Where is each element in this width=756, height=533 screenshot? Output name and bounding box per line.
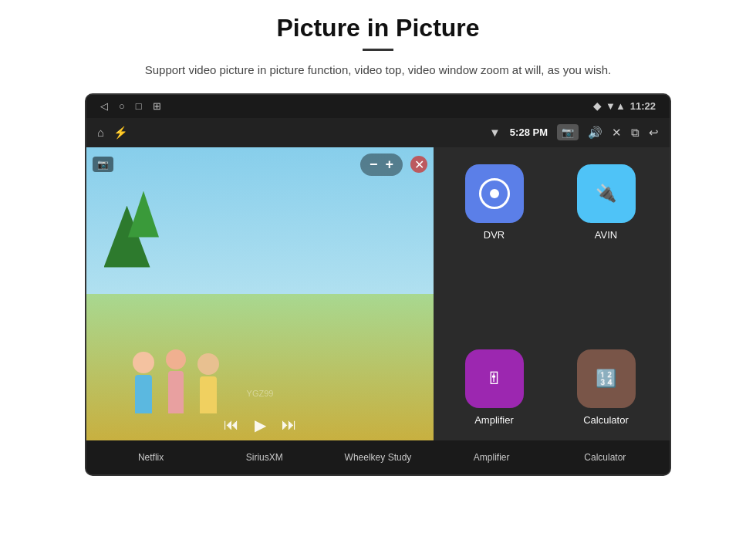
app-icon-amplifier[interactable]: 🎚 Amplifier xyxy=(438,340,550,433)
status-bar: ◁ ○ □ ⊞ ◆ ▼▲ 11:22 xyxy=(86,95,670,118)
pip-next-button[interactable]: ⏭ xyxy=(282,416,297,433)
screenshot-icon[interactable]: ⊞ xyxy=(153,100,161,112)
calculator-label: Calculator xyxy=(583,414,629,426)
bottom-label-calculator[interactable]: Calculator xyxy=(559,452,651,463)
app-icon-avin[interactable]: 🔌 AVIN xyxy=(550,155,662,248)
nav-time: 5:28 PM xyxy=(510,127,548,138)
avin-label: AVIN xyxy=(595,229,617,241)
figure1 xyxy=(133,352,154,413)
back-icon[interactable]: ◁ xyxy=(100,100,108,112)
status-bar-left: ◁ ○ □ ⊞ xyxy=(100,100,161,112)
usb-icon[interactable]: ⚡ xyxy=(113,126,128,140)
pip-video-inner: 📷 − + ✕ ⏮ ▶ ⏭ xyxy=(86,147,434,440)
nav-bar-left: ⌂ ⚡ xyxy=(97,126,128,140)
calculator-icon: 🔢 xyxy=(577,349,636,408)
camera-icon[interactable]: 📷 xyxy=(557,124,579,140)
page-title: Picture in Picture xyxy=(276,14,479,42)
bottom-label-amplifier[interactable]: Amplifier xyxy=(445,452,538,463)
bottom-label-wheelkey[interactable]: Wheelkey Study xyxy=(332,452,424,463)
dvr-dot xyxy=(490,189,499,198)
status-time: 11:22 xyxy=(630,100,656,112)
wifi-icon: ▼▲ xyxy=(606,100,626,112)
pip-controls-top: 📷 − + ✕ xyxy=(93,153,427,176)
figure2 xyxy=(166,349,186,413)
bottom-label-netflix[interactable]: Netflix xyxy=(105,452,197,463)
app-icon-calculator[interactable]: 🔢 Calculator xyxy=(550,340,662,433)
calculator-bottom-label: Calculator xyxy=(584,452,626,463)
close-x-icon[interactable]: ✕ xyxy=(612,126,622,140)
location-icon: ◆ xyxy=(593,100,601,112)
pip-playback-controls: ⏮ ▶ ⏭ xyxy=(86,416,434,434)
pip-cam-icon: 📷 xyxy=(93,157,113,172)
watermark: YGZ99 xyxy=(247,389,274,398)
amplifier-bottom-label: Amplifier xyxy=(474,452,510,463)
label-bar: Netflix SiriusXM Wheelkey Study Amplifie… xyxy=(86,440,670,474)
pip-zoom-controls: − + xyxy=(360,153,403,176)
nav-back-icon[interactable]: ↩ xyxy=(649,126,659,140)
status-bar-right: ◆ ▼▲ 11:22 xyxy=(593,100,656,112)
pip-prev-button[interactable]: ⏮ xyxy=(224,416,239,433)
pip-zoom-group: − + ✕ xyxy=(360,153,427,176)
amplifier-icon: 🎚 xyxy=(465,349,524,408)
volume-icon[interactable]: 🔊 xyxy=(588,126,602,140)
avin-icon: 🔌 xyxy=(577,164,636,223)
nav-bar-right: ▼ 5:28 PM 📷 🔊 ✕ ⧉ ↩ xyxy=(489,124,659,140)
page-wrapper: Picture in Picture Support video picture… xyxy=(0,0,756,533)
page-subtitle: Support video picture in picture functio… xyxy=(145,62,611,79)
home-circle-icon[interactable]: ○ xyxy=(119,100,125,112)
netflix-bottom-label: Netflix xyxy=(138,452,164,463)
pip-close-button[interactable]: ✕ xyxy=(410,156,427,173)
nav-bar: ⌂ ⚡ ▼ 5:28 PM 📷 🔊 ✕ ⧉ ↩ xyxy=(86,118,670,147)
pip-zoom-plus[interactable]: + xyxy=(385,157,393,173)
dvr-inner-icon xyxy=(479,178,510,209)
title-divider xyxy=(363,49,393,51)
app-area: N S ● xyxy=(86,147,670,440)
home-icon[interactable]: ⌂ xyxy=(97,126,104,139)
figure3 xyxy=(197,353,219,413)
dvr-icon xyxy=(465,164,524,223)
spacer xyxy=(438,248,662,263)
app-grid: DVR 🔌 AVIN 🎚 Amplifier xyxy=(430,147,670,440)
siriusxm-bottom-label: SiriusXM xyxy=(246,452,283,463)
device-mockup: ◁ ○ □ ⊞ ◆ ▼▲ 11:22 ⌂ ⚡ ▼ 5:28 PM 📷 🔊 xyxy=(85,93,671,476)
video-figures xyxy=(133,349,219,413)
pip-play-button[interactable]: ▶ xyxy=(255,416,266,434)
amplifier-label: Amplifier xyxy=(474,414,514,426)
recents-icon[interactable]: □ xyxy=(136,100,142,112)
pip-video[interactable]: 📷 − + ✕ ⏮ ▶ ⏭ xyxy=(86,147,434,440)
pip-zoom-minus[interactable]: − xyxy=(370,157,378,173)
wifi-signal-icon: ▼ xyxy=(489,126,501,139)
bottom-label-siriusxm[interactable]: SiriusXM xyxy=(218,452,311,463)
wheelkey-bottom-label: Wheelkey Study xyxy=(345,452,412,463)
dvr-label: DVR xyxy=(484,229,505,241)
pip-icon[interactable]: ⧉ xyxy=(631,126,640,140)
app-icon-dvr[interactable]: DVR xyxy=(438,155,550,248)
